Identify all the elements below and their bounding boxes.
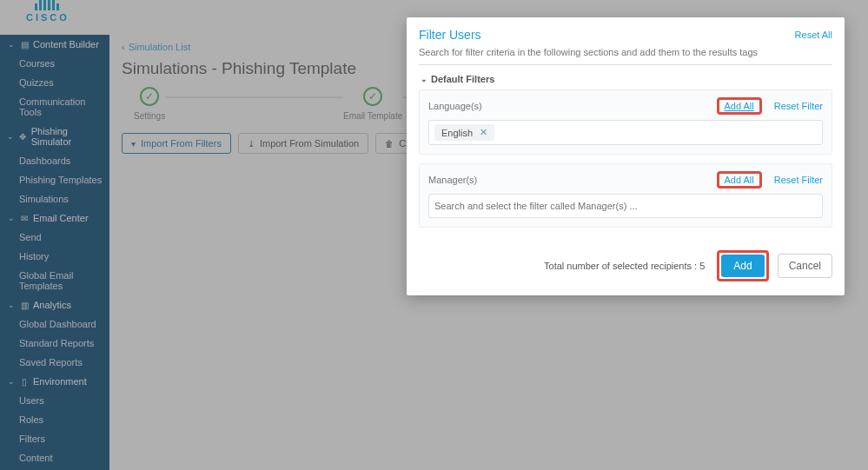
modal-title: Filter Users [419, 28, 481, 42]
modal-header: Filter Users Reset All [419, 28, 832, 42]
manager-filter-body [428, 194, 823, 218]
manager-search-input[interactable] [434, 201, 817, 211]
section-label: Default Filters [431, 74, 494, 84]
language-filter-input[interactable]: English ✕ [428, 120, 823, 145]
language-filter-block: Language(s) Add All Reset Filter English… [419, 89, 832, 155]
chip-remove-icon[interactable]: ✕ [480, 127, 487, 138]
total-recipients-label: Total number of selected recipients : 5 [544, 261, 705, 271]
cancel-button[interactable]: Cancel [778, 254, 832, 278]
highlight-box: Add All [717, 97, 762, 115]
modal-subtitle: Search for filter criteria in the follow… [419, 42, 832, 65]
reset-all-link[interactable]: Reset All [795, 30, 832, 40]
chevron-down-icon: ⌄ [421, 75, 427, 83]
language-chip-english: English ✕ [434, 124, 494, 141]
highlight-box: Add All [717, 171, 762, 189]
default-filters-toggle[interactable]: ⌄ Default Filters [419, 65, 832, 89]
chip-label: English [441, 128, 473, 138]
manager-add-all-link[interactable]: Add All [725, 175, 754, 185]
filter-label: Manager(s) [428, 175, 477, 185]
filter-head: Manager(s) Add All Reset Filter [428, 171, 823, 189]
modal-footer: Total number of selected recipients : 5 … [419, 250, 832, 281]
manager-filter-block: Manager(s) Add All Reset Filter [419, 163, 832, 228]
language-add-all-link[interactable]: Add All [725, 101, 754, 111]
manager-reset-filter-link[interactable]: Reset Filter [774, 175, 823, 185]
add-button[interactable]: Add [721, 255, 764, 277]
highlight-box: Add [717, 250, 768, 281]
language-reset-filter-link[interactable]: Reset Filter [774, 101, 823, 111]
filter-users-modal: Filter Users Reset All Search for filter… [407, 17, 845, 295]
filter-head: Language(s) Add All Reset Filter [428, 97, 823, 115]
filter-label: Language(s) [428, 101, 482, 111]
